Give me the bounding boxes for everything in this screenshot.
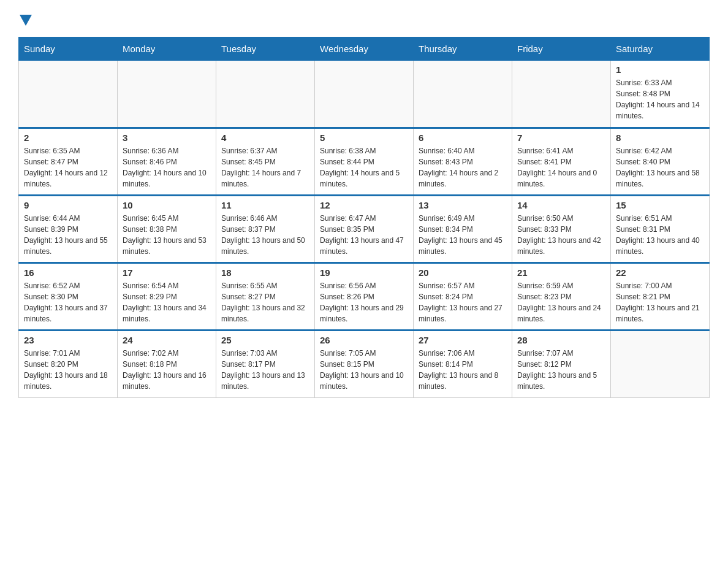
page-header bbox=[18, 12, 710, 26]
calendar-week-row: 23Sunrise: 7:01 AM Sunset: 8:20 PM Dayli… bbox=[19, 331, 710, 398]
day-info: Sunrise: 6:50 AM Sunset: 8:33 PM Dayligh… bbox=[517, 213, 605, 257]
weekday-header: Wednesday bbox=[315, 37, 414, 61]
calendar-day-cell: 27Sunrise: 7:06 AM Sunset: 8:14 PM Dayli… bbox=[414, 331, 512, 398]
weekday-header-row: SundayMondayTuesdayWednesdayThursdayFrid… bbox=[19, 37, 710, 61]
day-number: 23 bbox=[24, 335, 112, 345]
day-info: Sunrise: 6:36 AM Sunset: 8:46 PM Dayligh… bbox=[123, 145, 211, 190]
weekday-header: Monday bbox=[118, 37, 216, 61]
day-info: Sunrise: 7:06 AM Sunset: 8:14 PM Dayligh… bbox=[419, 348, 507, 392]
calendar-day-cell: 13Sunrise: 6:49 AM Sunset: 8:34 PM Dayli… bbox=[414, 196, 512, 263]
day-info: Sunrise: 7:05 AM Sunset: 8:15 PM Dayligh… bbox=[320, 348, 408, 392]
calendar-day-cell bbox=[611, 331, 710, 398]
day-info: Sunrise: 6:41 AM Sunset: 8:41 PM Dayligh… bbox=[517, 145, 605, 190]
calendar-day-cell: 5Sunrise: 6:38 AM Sunset: 8:44 PM Daylig… bbox=[315, 128, 414, 196]
weekday-header: Thursday bbox=[414, 37, 512, 61]
day-number: 17 bbox=[123, 267, 211, 278]
day-number: 19 bbox=[320, 267, 408, 278]
day-number: 20 bbox=[419, 267, 507, 278]
calendar-day-cell: 18Sunrise: 6:55 AM Sunset: 8:27 PM Dayli… bbox=[216, 263, 315, 331]
day-info: Sunrise: 6:56 AM Sunset: 8:26 PM Dayligh… bbox=[320, 280, 408, 324]
day-info: Sunrise: 6:57 AM Sunset: 8:24 PM Dayligh… bbox=[419, 280, 507, 324]
day-info: Sunrise: 6:37 AM Sunset: 8:45 PM Dayligh… bbox=[221, 145, 309, 190]
calendar-day-cell: 2Sunrise: 6:35 AM Sunset: 8:47 PM Daylig… bbox=[19, 128, 118, 196]
calendar-day-cell bbox=[19, 61, 118, 128]
day-info: Sunrise: 6:52 AM Sunset: 8:30 PM Dayligh… bbox=[24, 280, 112, 324]
day-number: 2 bbox=[24, 132, 112, 143]
day-number: 5 bbox=[320, 132, 408, 143]
calendar-day-cell bbox=[216, 61, 315, 128]
day-number: 18 bbox=[221, 267, 309, 278]
day-number: 6 bbox=[419, 132, 507, 143]
day-info: Sunrise: 6:45 AM Sunset: 8:38 PM Dayligh… bbox=[123, 213, 211, 257]
day-number: 9 bbox=[24, 200, 112, 210]
calendar-day-cell: 6Sunrise: 6:40 AM Sunset: 8:43 PM Daylig… bbox=[414, 128, 512, 196]
calendar-day-cell: 15Sunrise: 6:51 AM Sunset: 8:31 PM Dayli… bbox=[611, 196, 710, 263]
day-info: Sunrise: 6:44 AM Sunset: 8:39 PM Dayligh… bbox=[24, 213, 112, 257]
logo-arrow-icon bbox=[20, 15, 32, 26]
day-number: 27 bbox=[419, 335, 507, 345]
calendar-day-cell: 20Sunrise: 6:57 AM Sunset: 8:24 PM Dayli… bbox=[414, 263, 512, 331]
calendar-day-cell: 1Sunrise: 6:33 AM Sunset: 8:48 PM Daylig… bbox=[611, 61, 710, 128]
calendar-day-cell: 19Sunrise: 6:56 AM Sunset: 8:26 PM Dayli… bbox=[315, 263, 414, 331]
day-number: 12 bbox=[320, 200, 408, 210]
calendar-week-row: 2Sunrise: 6:35 AM Sunset: 8:47 PM Daylig… bbox=[19, 128, 710, 196]
day-number: 21 bbox=[517, 267, 605, 278]
calendar-day-cell: 24Sunrise: 7:02 AM Sunset: 8:18 PM Dayli… bbox=[118, 331, 216, 398]
calendar-day-cell bbox=[118, 61, 216, 128]
calendar-day-cell: 7Sunrise: 6:41 AM Sunset: 8:41 PM Daylig… bbox=[512, 128, 611, 196]
day-number: 4 bbox=[221, 132, 309, 143]
day-number: 7 bbox=[517, 132, 605, 143]
day-info: Sunrise: 7:07 AM Sunset: 8:12 PM Dayligh… bbox=[517, 348, 605, 392]
calendar-day-cell: 28Sunrise: 7:07 AM Sunset: 8:12 PM Dayli… bbox=[512, 331, 611, 398]
weekday-header: Tuesday bbox=[216, 37, 315, 61]
day-number: 14 bbox=[517, 200, 605, 210]
day-number: 10 bbox=[123, 200, 211, 210]
calendar-day-cell: 3Sunrise: 6:36 AM Sunset: 8:46 PM Daylig… bbox=[118, 128, 216, 196]
calendar-day-cell: 11Sunrise: 6:46 AM Sunset: 8:37 PM Dayli… bbox=[216, 196, 315, 263]
day-number: 24 bbox=[123, 335, 211, 345]
day-number: 22 bbox=[616, 267, 704, 278]
calendar-day-cell bbox=[315, 61, 414, 128]
calendar-day-cell: 23Sunrise: 7:01 AM Sunset: 8:20 PM Dayli… bbox=[19, 331, 118, 398]
calendar-week-row: 16Sunrise: 6:52 AM Sunset: 8:30 PM Dayli… bbox=[19, 263, 710, 331]
day-number: 11 bbox=[221, 200, 309, 210]
calendar-day-cell: 8Sunrise: 6:42 AM Sunset: 8:40 PM Daylig… bbox=[611, 128, 710, 196]
day-info: Sunrise: 6:38 AM Sunset: 8:44 PM Dayligh… bbox=[320, 145, 408, 190]
day-info: Sunrise: 6:35 AM Sunset: 8:47 PM Dayligh… bbox=[24, 145, 112, 190]
weekday-header: Saturday bbox=[611, 37, 710, 61]
logo bbox=[18, 12, 32, 26]
calendar-day-cell: 10Sunrise: 6:45 AM Sunset: 8:38 PM Dayli… bbox=[118, 196, 216, 263]
day-info: Sunrise: 6:40 AM Sunset: 8:43 PM Dayligh… bbox=[419, 145, 507, 190]
day-info: Sunrise: 6:54 AM Sunset: 8:29 PM Dayligh… bbox=[123, 280, 211, 324]
day-number: 13 bbox=[419, 200, 507, 210]
day-info: Sunrise: 6:46 AM Sunset: 8:37 PM Dayligh… bbox=[221, 213, 309, 257]
day-info: Sunrise: 6:33 AM Sunset: 8:48 PM Dayligh… bbox=[616, 77, 704, 121]
day-info: Sunrise: 7:02 AM Sunset: 8:18 PM Dayligh… bbox=[123, 348, 211, 392]
day-number: 16 bbox=[24, 267, 112, 278]
calendar-day-cell: 21Sunrise: 6:59 AM Sunset: 8:23 PM Dayli… bbox=[512, 263, 611, 331]
day-info: Sunrise: 7:00 AM Sunset: 8:21 PM Dayligh… bbox=[616, 280, 704, 324]
calendar-day-cell: 16Sunrise: 6:52 AM Sunset: 8:30 PM Dayli… bbox=[19, 263, 118, 331]
day-info: Sunrise: 6:47 AM Sunset: 8:35 PM Dayligh… bbox=[320, 213, 408, 257]
calendar-week-row: 9Sunrise: 6:44 AM Sunset: 8:39 PM Daylig… bbox=[19, 196, 710, 263]
day-number: 26 bbox=[320, 335, 408, 345]
calendar-day-cell: 4Sunrise: 6:37 AM Sunset: 8:45 PM Daylig… bbox=[216, 128, 315, 196]
calendar-day-cell: 14Sunrise: 6:50 AM Sunset: 8:33 PM Dayli… bbox=[512, 196, 611, 263]
day-info: Sunrise: 6:49 AM Sunset: 8:34 PM Dayligh… bbox=[419, 213, 507, 257]
day-number: 3 bbox=[123, 132, 211, 143]
day-info: Sunrise: 6:51 AM Sunset: 8:31 PM Dayligh… bbox=[616, 213, 704, 257]
calendar-day-cell bbox=[512, 61, 611, 128]
calendar-day-cell: 22Sunrise: 7:00 AM Sunset: 8:21 PM Dayli… bbox=[611, 263, 710, 331]
calendar-week-row: 1Sunrise: 6:33 AM Sunset: 8:48 PM Daylig… bbox=[19, 61, 710, 128]
day-number: 8 bbox=[616, 132, 704, 143]
day-info: Sunrise: 7:01 AM Sunset: 8:20 PM Dayligh… bbox=[24, 348, 112, 392]
day-info: Sunrise: 7:03 AM Sunset: 8:17 PM Dayligh… bbox=[221, 348, 309, 392]
day-number: 1 bbox=[616, 64, 704, 75]
weekday-header: Sunday bbox=[19, 37, 118, 61]
calendar-day-cell: 12Sunrise: 6:47 AM Sunset: 8:35 PM Dayli… bbox=[315, 196, 414, 263]
day-number: 25 bbox=[221, 335, 309, 345]
weekday-header: Friday bbox=[512, 37, 611, 61]
calendar-table: SundayMondayTuesdayWednesdayThursdayFrid… bbox=[18, 37, 710, 398]
calendar-day-cell: 9Sunrise: 6:44 AM Sunset: 8:39 PM Daylig… bbox=[19, 196, 118, 263]
calendar-day-cell: 17Sunrise: 6:54 AM Sunset: 8:29 PM Dayli… bbox=[118, 263, 216, 331]
